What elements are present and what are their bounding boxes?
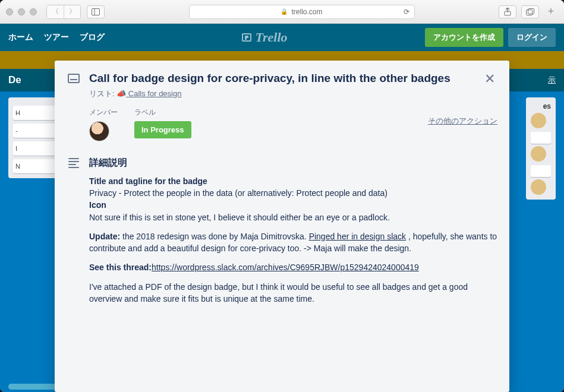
labels-label: ラベル	[134, 108, 191, 118]
labels-section: ラベル In Progress	[134, 108, 191, 141]
desc-bold: Update:	[89, 232, 120, 241]
share-button[interactable]	[499, 5, 516, 18]
avatar	[531, 179, 546, 195]
forward-button[interactable]: 〉	[64, 5, 80, 18]
show-menu-link[interactable]: 示	[548, 75, 556, 86]
card-stub[interactable]	[531, 165, 551, 177]
label-chip-in-progress[interactable]: In Progress	[134, 121, 191, 138]
desc-text: I've attached a PDF of the design badge,…	[89, 281, 497, 305]
list-right: es	[526, 97, 556, 200]
desc-text: Not sure if this is set in stone yet, I …	[89, 213, 390, 222]
card-header-icon	[67, 71, 81, 99]
svg-rect-3	[527, 10, 533, 15]
nav-tour[interactable]: ツアー	[44, 32, 69, 43]
desc-text: the 2018 redesign was done by Maja Dimit…	[120, 232, 309, 241]
nav-home[interactable]: ホーム	[8, 32, 33, 43]
login-button[interactable]: ログイン	[508, 28, 556, 47]
header-nav: ホーム ツアー ブログ	[8, 32, 105, 43]
url-text: trello.com	[291, 8, 322, 16]
share-icon	[504, 8, 511, 16]
card-modal: Call for badge design for core-privacy, …	[55, 61, 509, 392]
card-title[interactable]: Call for badge design for core-privacy, …	[89, 71, 474, 86]
address-bar[interactable]: 🔒 trello.com ⟳	[189, 5, 415, 19]
card-list-line: リスト: 📣 Calls for design	[89, 88, 474, 99]
nav-buttons: 〈 〉	[46, 5, 81, 19]
lock-icon: 🔒	[281, 8, 288, 15]
trello-header: ホーム ツアー ブログ Trello アカウントを作成 ログイン	[0, 24, 564, 51]
browser-window: 〈 〉 🔒 trello.com ⟳ + ホーム	[0, 0, 564, 392]
description-section: 詳細説明 Title and tagline for the badge Pri…	[67, 157, 497, 305]
close-modal-button[interactable]: ✕	[482, 71, 497, 99]
toolbar-right: +	[499, 5, 558, 18]
board-icon	[242, 33, 251, 42]
description-body[interactable]: Title and tagline for the badge Privacy …	[89, 175, 497, 305]
member-avatar[interactable]	[89, 121, 109, 141]
avatar	[531, 146, 546, 162]
desc-link[interactable]: https://wordpress.slack.com/archives/C96…	[152, 263, 419, 272]
tabs-icon	[526, 8, 534, 15]
list-label-prefix: リスト:	[89, 89, 116, 98]
zoom-window-icon[interactable]	[30, 8, 37, 15]
list-name[interactable]: Calls for design	[126, 89, 181, 98]
tabs-button[interactable]	[521, 5, 539, 18]
avatar	[531, 113, 546, 128]
scroll-thumb[interactable]	[8, 384, 62, 390]
other-actions-link[interactable]: その他のアクション	[428, 116, 497, 127]
description-heading: 詳細説明	[89, 157, 127, 169]
trello-logo[interactable]: Trello	[105, 30, 425, 45]
header-actions: アカウントを作成 ログイン	[425, 28, 556, 47]
megaphone-icon: 📣	[116, 89, 126, 98]
reload-icon[interactable]: ⟳	[404, 8, 409, 16]
back-button[interactable]: 〈	[47, 5, 64, 18]
nav-blog[interactable]: ブログ	[80, 32, 105, 43]
members-label: メンバー	[89, 108, 118, 118]
signup-button[interactable]: アカウントを作成	[425, 28, 503, 47]
desc-bold: See this thread:	[89, 263, 152, 272]
members-section: メンバー	[89, 108, 118, 141]
page-content: ホーム ツアー ブログ Trello アカウントを作成 ログイン De 示 H	[0, 24, 564, 392]
sidebar-icon	[92, 8, 100, 15]
card-stub[interactable]	[531, 132, 551, 144]
desc-text: Privacy - Protect the people in the data…	[89, 188, 387, 198]
minimize-window-icon[interactable]	[18, 8, 25, 15]
sidebar-toggle-button[interactable]	[87, 5, 105, 18]
board-title: De	[8, 74, 21, 86]
new-tab-button[interactable]: +	[544, 5, 558, 18]
logo-text: Trello	[255, 30, 287, 45]
description-icon	[67, 158, 81, 168]
svg-rect-4	[528, 8, 534, 14]
desc-bold: Title and tagline for the badge	[89, 176, 207, 186]
desc-bold: Icon	[89, 200, 106, 210]
desc-link[interactable]: Pinged her in design slack	[309, 232, 406, 241]
address-bar-wrap: 🔒 trello.com ⟳	[111, 5, 493, 19]
svg-rect-0	[92, 8, 100, 15]
list-header: es	[531, 102, 551, 110]
window-controls	[6, 8, 37, 15]
titlebar: 〈 〉 🔒 trello.com ⟳ +	[0, 0, 564, 24]
close-window-icon[interactable]	[6, 8, 13, 15]
